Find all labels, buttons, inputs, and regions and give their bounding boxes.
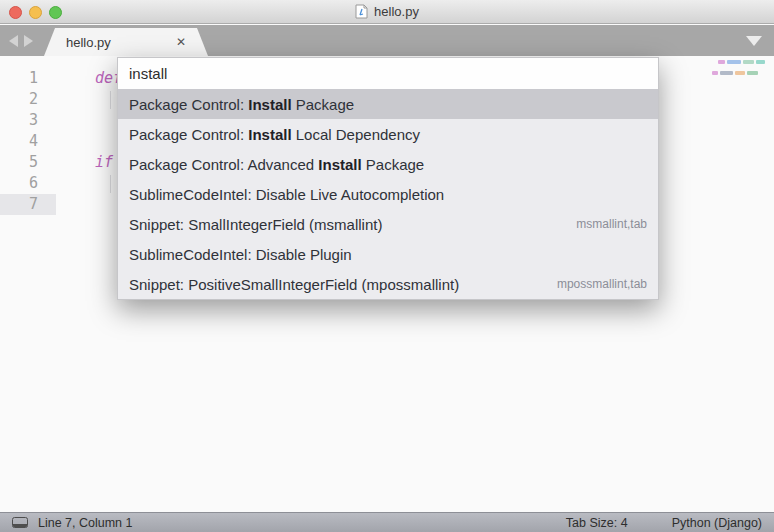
palette-row-label: Package Control: Install Package: [129, 96, 354, 113]
minimap-segment: [720, 71, 733, 75]
line-number[interactable]: 2: [0, 89, 56, 110]
minimap-segment: [756, 60, 765, 64]
minimap-line: [712, 71, 758, 75]
palette-row[interactable]: Snippet: PositiveSmallIntegerField (mpos…: [118, 269, 658, 299]
palette-row-hint: mpossmallint,tab: [557, 277, 647, 291]
minimap-line: [718, 60, 765, 64]
title-bar: hello.py: [0, 0, 774, 24]
tab-bar: hello.py ✕: [0, 25, 774, 56]
minimap-segment: [727, 60, 741, 64]
palette-row-label: Package Control: Install Local Dependenc…: [129, 126, 420, 143]
line-number[interactable]: 6: [0, 173, 56, 194]
minimize-window-button[interactable]: [29, 6, 42, 19]
palette-row-label: SublimeCodeIntel: Disable Plugin: [129, 246, 352, 263]
line-number[interactable]: 3: [0, 110, 56, 131]
line-number[interactable]: 1: [0, 68, 56, 89]
window-title: hello.py: [374, 4, 419, 19]
palette-row-label: SublimeCodeIntel: Disable Live Autocompl…: [129, 186, 444, 203]
palette-row[interactable]: Package Control: Install Package: [118, 89, 658, 119]
tab-nav-arrows: [9, 35, 33, 47]
minimap-segment: [718, 60, 725, 64]
panel-switcher-icon[interactable]: [12, 517, 28, 528]
command-palette-input[interactable]: [118, 58, 658, 89]
tab-hello-py[interactable]: hello.py ✕: [44, 28, 208, 56]
code-line[interactable]: [56, 173, 95, 194]
code-line[interactable]: [56, 89, 95, 110]
status-left: Line 7, Column 1: [12, 516, 133, 530]
indent-guide: [110, 91, 111, 109]
palette-row[interactable]: Package Control: Install Local Dependenc…: [118, 119, 658, 149]
palette-row-label: Snippet: SmallIntegerField (msmallint): [129, 216, 382, 233]
indent-guide: [110, 175, 111, 193]
document-icon: [355, 4, 368, 19]
minimap[interactable]: [700, 57, 764, 91]
window-title-group: hello.py: [355, 4, 419, 19]
palette-row-label: Snippet: PositiveSmallIntegerField (mpos…: [129, 276, 459, 293]
line-number[interactable]: 7: [0, 194, 56, 215]
tab-label: hello.py: [66, 35, 111, 50]
code-line[interactable]: def: [56, 68, 122, 89]
cursor-position: Line 7, Column 1: [38, 516, 133, 530]
close-window-button[interactable]: [9, 6, 22, 19]
line-number[interactable]: 4: [0, 131, 56, 152]
palette-row-hint: msmallint,tab: [576, 217, 647, 231]
tab-size-indicator[interactable]: Tab Size: 4: [566, 516, 628, 530]
palette-row[interactable]: SublimeCodeIntel: Disable Live Autocompl…: [118, 179, 658, 209]
minimap-segment: [747, 71, 758, 75]
command-palette-results: Package Control: Install PackagePackage …: [118, 89, 658, 299]
minimap-segment: [743, 60, 754, 64]
minimap-segment: [735, 71, 745, 75]
status-bar: Line 7, Column 1 Tab Size: 4 Python (Dja…: [0, 512, 774, 532]
traffic-lights: [9, 6, 62, 19]
line-number[interactable]: 5: [0, 152, 56, 173]
palette-row-label: Package Control: Advanced Install Packag…: [129, 156, 424, 173]
zoom-window-button[interactable]: [49, 6, 62, 19]
back-icon[interactable]: [9, 35, 18, 47]
palette-row[interactable]: Package Control: Advanced Install Packag…: [118, 149, 658, 179]
command-palette: Package Control: Install PackagePackage …: [117, 57, 659, 300]
code-line[interactable]: [56, 194, 95, 215]
code-line[interactable]: [56, 110, 95, 131]
palette-row[interactable]: Snippet: SmallIntegerField (msmallint)ms…: [118, 209, 658, 239]
code-line[interactable]: [56, 131, 95, 152]
status-right: Tab Size: 4 Python (Django): [566, 516, 762, 530]
tab-overflow-menu-icon[interactable]: [746, 36, 762, 46]
minimap-segment: [712, 71, 718, 75]
forward-icon[interactable]: [24, 35, 33, 47]
palette-row[interactable]: SublimeCodeIntel: Disable Plugin: [118, 239, 658, 269]
sublime-text-window: hello.py hello.py ✕ 1def 2345if _67 Pack…: [0, 0, 774, 532]
syntax-indicator[interactable]: Python (Django): [672, 516, 762, 530]
tab-close-icon[interactable]: ✕: [176, 35, 186, 49]
